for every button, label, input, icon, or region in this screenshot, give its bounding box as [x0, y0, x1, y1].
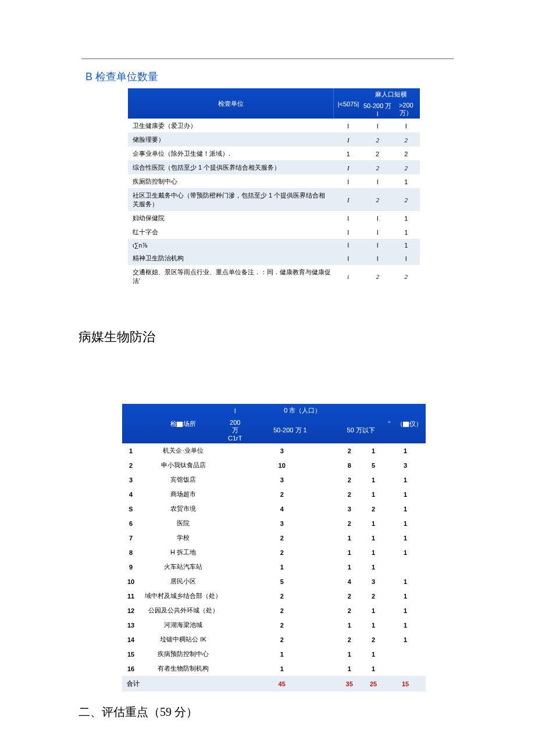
table1-row: 精神卫生防治机构III — [128, 251, 420, 265]
table2-row: 3宾馆饭店3211 — [122, 472, 426, 487]
th2-sub2: 50 万以下 — [337, 417, 385, 443]
table2-c3: 1 — [362, 618, 385, 632]
table1-c1: I — [334, 174, 363, 188]
table2-c1: 3 — [227, 443, 337, 458]
table2-total-row: 合计 45 35 25 15 — [122, 676, 426, 691]
table2-no: S — [122, 501, 140, 516]
table2-no: 1 — [122, 443, 140, 458]
total-c3: 25 — [362, 676, 385, 691]
table2-c1: 1 — [227, 647, 337, 661]
table2-c2: 2 — [337, 487, 362, 501]
table1-row: 企事业单位（除外卫生健！派域）.122 — [128, 146, 420, 160]
table2-no: 9 — [122, 560, 140, 574]
table1-row: 卫生健康委（爱卫办）III — [128, 119, 420, 132]
table2-c2: 3 — [337, 501, 362, 516]
table2-no: 6 — [122, 516, 140, 531]
table2-no: 13 — [122, 618, 140, 632]
total-c1: 45 — [227, 676, 337, 691]
table1-c2: I — [363, 211, 393, 225]
table1-label: 交通枢姐、景区等雨点行业、重点单位备注．：同．健康教育与健康促法' — [128, 265, 334, 288]
table2-place: 农贸市境 — [140, 501, 227, 516]
table1-c2: 2 — [363, 188, 393, 211]
table1-row: 红十字会II1 — [128, 225, 420, 239]
table2-c4: 1 — [385, 603, 426, 618]
table2-place: 学校 — [140, 531, 227, 545]
table2-c1: 2 — [227, 487, 337, 501]
total-label: 合计 — [122, 676, 227, 691]
table2-place: 宾馆饭店 — [140, 472, 227, 487]
table1-c2: 2 — [363, 265, 393, 288]
table1-c2: I — [363, 251, 393, 265]
th-sub-2: >200 万） — [393, 101, 420, 119]
table1-c3: 2 — [393, 265, 420, 288]
table2-c1: 2 — [227, 545, 337, 560]
table2-no: 12 — [122, 603, 140, 618]
table2-no: 7 — [122, 531, 140, 545]
table1-c1: I — [334, 239, 363, 251]
th2-quote: " （▇仪） — [385, 404, 426, 443]
table2-c1: 2 — [227, 531, 337, 545]
table2-c2: 1 — [337, 560, 362, 574]
th2-sub1: 50-200 万 1 — [243, 417, 337, 443]
table1-row: ι∑n⅞II1 — [128, 239, 420, 251]
table2-c1: 1 — [227, 661, 337, 676]
table2-c4: 1 — [385, 632, 426, 647]
table2-row: 9火车站汽车站111 — [122, 560, 426, 574]
table1-row: 储脸理要）I22 — [128, 132, 420, 146]
table2-c4: 1 — [385, 487, 426, 501]
table2-row: S农贸市境4321 — [122, 501, 426, 516]
table2-c2: 8 — [337, 458, 362, 472]
table2-c2: 2 — [337, 589, 362, 603]
table1-c1: I — [334, 225, 363, 239]
table1-c3: 1 — [393, 239, 420, 251]
table2-no: 8 — [122, 545, 140, 560]
table2-head: 检▇场所 I 0 市（人口） " （▇仪） 200 万 C1rT 50-200 … — [122, 404, 426, 443]
table2-c3: 2 — [362, 501, 385, 516]
th2-group: 0 市（人口） — [243, 404, 362, 417]
table2-row: 10居民小区5431 — [122, 574, 426, 589]
table1-label: 企事业单位（除外卫生健！派域）. — [128, 146, 334, 160]
table1-c1: I — [334, 160, 363, 174]
table1-c2: 2 — [363, 132, 393, 146]
total-c2: 35 — [337, 676, 362, 691]
table2-no: 10 — [122, 574, 140, 589]
table2-c1: 4 — [227, 501, 337, 516]
table2-row: 1机关企·业单位3211 — [122, 443, 426, 458]
table2-c4: 1 — [385, 589, 426, 603]
table2-c4 — [385, 560, 426, 574]
table2-row: 6医院3211 — [122, 516, 426, 531]
table2-place: 疾病预防控制中心 — [140, 647, 227, 661]
table2-c3: 1 — [362, 487, 385, 501]
table1-c1: I — [334, 188, 363, 211]
table2-c4: 1 — [385, 545, 426, 560]
table2-c3: 1 — [362, 472, 385, 487]
table2-c2: 2 — [337, 632, 362, 647]
table2-c2: 2 — [337, 516, 362, 531]
table2-c3: 1 — [362, 531, 385, 545]
table1-label: 精神卫生防治机构 — [128, 251, 334, 265]
table1-label: 储脸理要） — [128, 132, 334, 146]
table2-place: 河湖海梁池城 — [140, 618, 227, 632]
table2-c1: 1 — [227, 560, 337, 574]
table2-c1: 2 — [227, 618, 337, 632]
table2-c3: 5 — [362, 458, 385, 472]
table2-place: 域中村及城乡结合部（处） — [140, 589, 227, 603]
table1-label: 社区卫生戴务中心（带预防橙种门滲，包括至少 1 个提供医界结合相关服务） — [128, 188, 334, 211]
table2-c3: 1 — [362, 545, 385, 560]
th-empty — [334, 88, 363, 119]
section-b-letter: B — [85, 71, 92, 83]
heading-assessment: 二、评估重点（59 分） — [79, 704, 454, 720]
table2-row: 16有者生物防制机构111 — [122, 661, 426, 676]
heading-vector: 病媒生物防治 — [79, 328, 454, 346]
table1-label: 疾厕防控制中心 — [128, 174, 334, 188]
table1-c1: i — [334, 265, 363, 288]
table1-row: 社区卫生戴务中心（带预防橙种门滲，包括至少 1 个提供医界结合相关服务）I22 — [128, 188, 420, 211]
table2-row: 12公园及公共外环城（处）2211 — [122, 603, 426, 618]
table2-c3: 1 — [362, 443, 385, 458]
table2-c4: 1 — [385, 618, 426, 632]
table1-c2: 2 — [363, 160, 393, 174]
table2-place: 居民小区 — [140, 574, 227, 589]
table2-c4: 1 — [385, 472, 426, 487]
table1-c3: 1 — [393, 174, 420, 188]
table2-c3: 2 — [362, 632, 385, 647]
